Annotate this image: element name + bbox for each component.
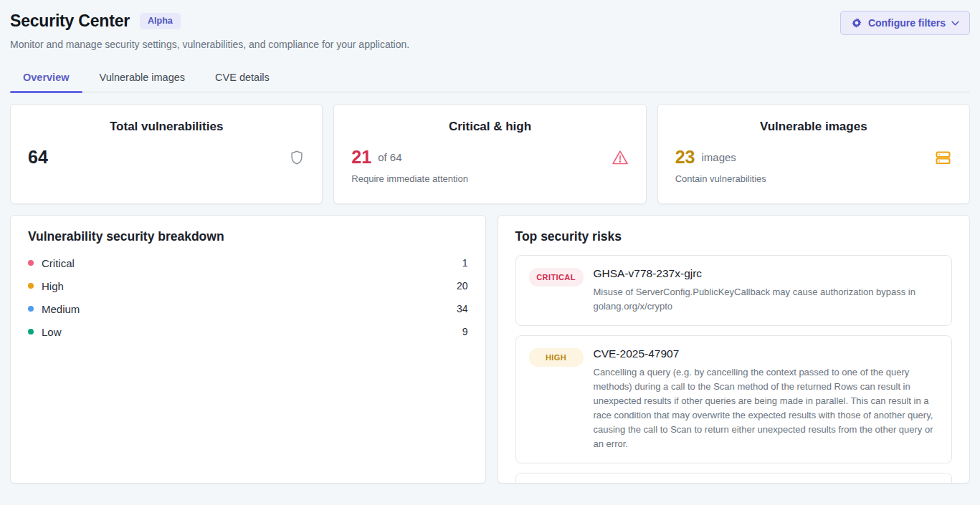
stat-title: Total vulnerabilities xyxy=(28,120,305,134)
bottom-panels: Vulnerability security breakdown Critica… xyxy=(10,215,970,484)
risk-id: GHSA-v778-237x-gjrc xyxy=(594,267,939,280)
page-title: Security Center xyxy=(10,11,130,31)
legend-label: High xyxy=(42,280,64,292)
stat-title: Critical & high xyxy=(351,120,628,134)
legend-value: 20 xyxy=(457,280,468,292)
legend-row-medium: Medium 34 xyxy=(28,297,468,320)
legend-value: 1 xyxy=(462,257,468,269)
page-subtitle: Monitor and manage security settings, vu… xyxy=(10,39,970,50)
risk-id: CVE-2025-47907 xyxy=(594,347,939,360)
breakdown-title: Vulnerability security breakdown xyxy=(28,229,468,244)
critical-dot-icon xyxy=(28,260,34,266)
configure-filters-button[interactable]: Configure filters xyxy=(840,11,970,35)
risk-card-cve-2025-47907[interactable]: HIGH CVE-2025-47907 Cancelling a query (… xyxy=(515,335,953,463)
legend-row-critical: Critical 1 xyxy=(28,251,468,274)
vulnerability-breakdown-panel: Vulnerability security breakdown Critica… xyxy=(10,215,486,484)
alpha-badge: Alpha xyxy=(140,13,181,29)
stat-card-vulnerable-images: Vulnerable images 23 images Contain vuln… xyxy=(657,104,970,204)
tab-cve-details[interactable]: CVE details xyxy=(202,64,282,92)
risk-description: Cancelling a query (e.g. by cancelling t… xyxy=(594,365,939,451)
gear-icon xyxy=(851,17,862,29)
stat-subtext: Contain vulnerabilities xyxy=(675,173,952,184)
stat-suffix: of 64 xyxy=(378,151,401,163)
tab-vulnerable-images[interactable]: Vulnerable images xyxy=(87,64,199,92)
shield-icon xyxy=(289,149,305,166)
images-icon xyxy=(934,149,952,166)
legend-value: 34 xyxy=(457,303,468,314)
legend-value: 9 xyxy=(462,326,468,337)
medium-dot-icon xyxy=(28,306,34,312)
risk-card-cve-2025-9086[interactable]: HIGH CVE-2025-9086 xyxy=(515,473,953,484)
stat-cards-row: Total vulnerabilities 64 Critical & high… xyxy=(10,104,970,204)
legend-label: Critical xyxy=(42,257,75,269)
stat-value-critical-high: 21 xyxy=(351,148,371,166)
legend-label: Medium xyxy=(42,303,80,315)
legend-label: Low xyxy=(42,326,62,338)
severity-legend: Critical 1 High 20 Medium 34 Low 9 xyxy=(28,251,468,343)
stat-card-total-vulnerabilities: Total vulnerabilities 64 xyxy=(10,104,323,204)
stat-value-total: 64 xyxy=(28,148,48,166)
tab-overview[interactable]: Overview xyxy=(10,64,82,92)
stat-card-critical-high: Critical & high 21 of 64 Require immedia… xyxy=(333,104,646,204)
risk-description: Misuse of ServerConfig.PublicKeyCallback… xyxy=(594,285,939,314)
top-security-risks-panel: Top security risks CRITICAL GHSA-v778-23… xyxy=(498,215,971,484)
configure-filters-label: Configure filters xyxy=(868,17,946,29)
risks-title: Top security risks xyxy=(515,229,953,244)
high-dot-icon xyxy=(28,283,34,289)
stat-title: Vulnerable images xyxy=(675,120,952,134)
risk-card-ghsa-v778-237x-gjrc[interactable]: CRITICAL GHSA-v778-237x-gjrc Misuse of S… xyxy=(515,255,953,326)
header: Security Center Alpha Configure filters … xyxy=(10,0,970,92)
stat-suffix: images xyxy=(701,151,736,163)
low-dot-icon xyxy=(28,329,34,335)
chevron-down-icon xyxy=(951,21,959,26)
tab-bar: Overview Vulnerable images CVE details xyxy=(10,64,970,92)
stat-subtext: Require immediate attention xyxy=(351,173,628,184)
security-center-page: Security Center Alpha Configure filters … xyxy=(0,0,980,505)
severity-badge: CRITICAL xyxy=(529,268,584,287)
risk-list: CRITICAL GHSA-v778-237x-gjrc Misuse of S… xyxy=(515,255,953,484)
warning-icon xyxy=(612,150,629,165)
legend-row-low: Low 9 xyxy=(28,320,468,343)
stat-value-vulnerable-images: 23 xyxy=(675,148,695,166)
severity-badge: HIGH xyxy=(529,348,584,367)
legend-row-high: High 20 xyxy=(28,274,468,297)
